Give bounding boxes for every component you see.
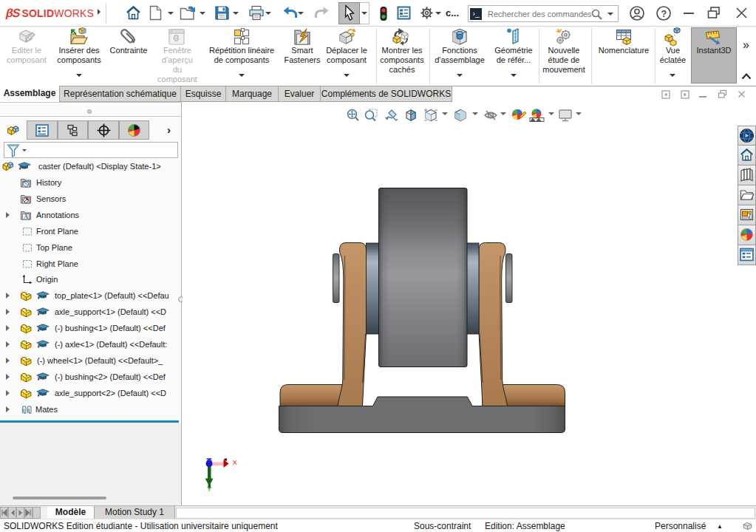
svg-text:Y: Y bbox=[207, 485, 212, 493]
svg-text:X: X bbox=[233, 458, 238, 466]
svg-text:?: ? bbox=[661, 9, 667, 19]
